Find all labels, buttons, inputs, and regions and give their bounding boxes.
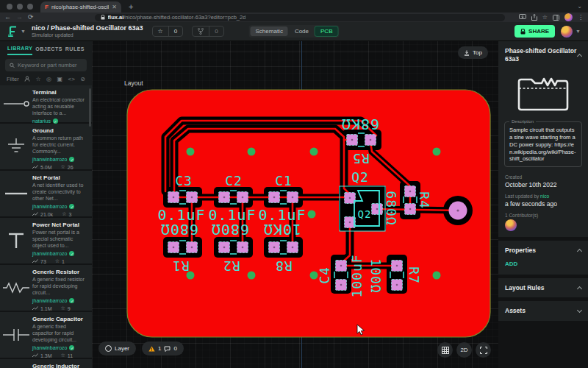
description-field[interactable]: Description Sample circuit that outputs …: [504, 121, 582, 167]
sidebar-tab-library[interactable]: LIBRARY: [7, 42, 32, 55]
updated-by-user[interactable]: nico: [540, 194, 549, 199]
add-property-button[interactable]: ADD: [498, 261, 588, 275]
issues-pill[interactable]: 1 0: [142, 342, 184, 355]
install-icon[interactable]: [519, 14, 526, 21]
filter-row: Filter ☆ ◎ ▣ <> ⊘: [0, 74, 92, 84]
sidebar-tab-objects[interactable]: OBJECTS: [35, 43, 62, 54]
value-label: 68KΩ: [341, 116, 379, 133]
ref-label: R8: [275, 258, 293, 274]
fullscreen-button[interactable]: [476, 342, 491, 358]
value-label: 10KΩ: [263, 221, 301, 238]
window-controls[interactable]: [7, 4, 33, 10]
browser-profile-avatar[interactable]: [564, 13, 573, 21]
browser-tab[interactable]: F nico/phase-shifted-oscillator-6 ✕: [40, 1, 121, 13]
layout-rules-header[interactable]: Layout Rules: [498, 278, 588, 298]
ref-label: Q2: [358, 208, 372, 220]
reload-icon[interactable]: ⟳: [28, 14, 34, 21]
share-button[interactable]: SHARE: [514, 25, 555, 38]
properties-header[interactable]: Properties: [498, 241, 588, 261]
sidebar-tab-rules[interactable]: RULES: [65, 43, 85, 54]
user-avatar[interactable]: [561, 26, 573, 38]
list-item-generic-inductor[interactable]: Generic Inductor A generic fixed inducto…: [0, 359, 92, 368]
item-author[interactable]: jhanwinbarrozo: [32, 157, 67, 162]
share-icon[interactable]: [531, 14, 537, 21]
fork-count-button[interactable]: 0: [192, 26, 223, 37]
new-tab-button[interactable]: +: [129, 2, 133, 11]
value-label: 680Ω: [384, 191, 399, 225]
item-author[interactable]: jhanwinbarrozo: [32, 298, 67, 303]
tab-schematic[interactable]: Schematic: [251, 26, 288, 36]
url-domain: flux.ai: [108, 14, 124, 21]
side-panel-icon[interactable]: [553, 15, 559, 21]
flux-logo[interactable]: BETA ▼: [7, 26, 26, 38]
contributor-avatar[interactable]: [505, 219, 517, 231]
back-icon[interactable]: ←: [4, 14, 11, 21]
share-lock-icon: [520, 29, 526, 35]
warning-icon: [148, 346, 155, 352]
star-icon: ☆: [55, 258, 60, 264]
chevron-up-icon[interactable]: [577, 249, 582, 254]
layer-selector[interactable]: Layer: [98, 342, 136, 355]
chevron-up-icon[interactable]: [577, 54, 582, 59]
item-author[interactable]: jhanwinbarrozo: [32, 345, 67, 350]
window-zoom-button[interactable]: [27, 4, 33, 10]
list-item-terminal[interactable]: Terminal An electrical connector acting …: [0, 85, 92, 122]
star-icon[interactable]: ☆: [153, 26, 168, 36]
grid-toggle-button[interactable]: [437, 342, 453, 358]
tab-pcb[interactable]: PCB: [315, 26, 337, 36]
browser-action-icons: ☆ ⋮: [519, 13, 584, 21]
panel-project-title: Phase-shifted Oscillator 63a3: [505, 47, 578, 63]
chevron-up-icon[interactable]: [577, 286, 582, 291]
list-item-generic-resistor[interactable]: Generic Resistor A generic fixed resisto…: [0, 265, 92, 311]
tab-code[interactable]: Code: [290, 26, 314, 36]
window-minimize-button[interactable]: [17, 4, 23, 10]
forward-icon[interactable]: →: [16, 14, 23, 21]
list-item-power-net-portal[interactable]: Power Net Portal Power net portal is a s…: [0, 218, 92, 263]
window-close-button[interactable]: [7, 4, 12, 10]
layer-top-button[interactable]: Top: [458, 46, 488, 59]
tab-strip-chevron-icon[interactable]: ⌄: [577, 3, 582, 10]
assets-section: Assets: [498, 301, 588, 321]
item-author[interactable]: jhanwinbarrozo: [32, 204, 67, 209]
address-bar[interactable]: flux.ai/nico/phase-shifted-oscillator-63…: [95, 14, 505, 21]
filter-slash-icon[interactable]: ⊘: [80, 76, 85, 82]
canvas-status-bar: Layer 1 0: [98, 342, 184, 355]
fork-icon[interactable]: [193, 26, 209, 36]
browser-menu-icon[interactable]: ⋮: [578, 15, 584, 21]
project-panel: Phase-shifted Oscillator 63a3 Descriptio…: [498, 41, 588, 368]
editor-mode-tabs: Schematic Code PCB: [249, 25, 340, 38]
filter-user-icon[interactable]: [24, 76, 30, 82]
svg-text:BETA: BETA: [8, 34, 13, 37]
fork-count: 0: [209, 26, 223, 36]
filter-code-icon[interactable]: <>: [68, 76, 75, 82]
item-stats: 73 ☆ 1: [32, 258, 86, 264]
star-count-button[interactable]: ☆ 0: [152, 26, 184, 37]
list-item-ground[interactable]: Ground A common return path for electric…: [0, 124, 92, 169]
filter-target-icon[interactable]: ◎: [46, 76, 51, 82]
avatar-caret-icon[interactable]: ▼: [576, 29, 581, 34]
list-item-net-portal[interactable]: Net Portal A net identifier used to crea…: [0, 171, 92, 216]
item-author[interactable]: jhanwinbarrozo: [32, 251, 67, 256]
usage-count: 1.3M: [40, 353, 52, 358]
filter-star-icon[interactable]: ☆: [36, 76, 41, 82]
usage-count: 73: [40, 259, 46, 264]
tab-close-icon[interactable]: ✕: [112, 4, 117, 10]
project-info-header[interactable]: Phase-shifted Oscillator 63a3: [498, 41, 588, 68]
list-item-generic-capacitor[interactable]: Generic Capacitor A generic fixed capaci…: [0, 312, 92, 358]
pcb-artwork[interactable]: C3 C2 C1 0.1uF 0.1uF 0.1uF 680Ω 680Ω 10K…: [92, 41, 498, 368]
ref-label: R7: [406, 266, 422, 284]
chevron-down-icon[interactable]: [577, 308, 582, 313]
view-2d-button[interactable]: 2D: [456, 342, 472, 358]
sidebar-scrollbar[interactable]: [89, 88, 91, 127]
search-input[interactable]: [18, 62, 82, 68]
assets-header[interactable]: Assets: [498, 301, 588, 321]
library-search[interactable]: [5, 59, 87, 71]
item-title: Generic Capacitor: [32, 316, 86, 322]
contributors-label: 1 Contributor(s): [505, 213, 581, 218]
bookmark-star-icon[interactable]: ☆: [542, 15, 548, 21]
terminal-icon: [0, 89, 32, 118]
filter-chip-icon[interactable]: ▣: [57, 76, 63, 82]
item-description: A net identifier used to create connecti…: [32, 183, 86, 202]
pcb-canvas[interactable]: C3 C2 C1 0.1uF 0.1uF 0.1uF 680Ω 680Ω 10K…: [92, 41, 498, 368]
simulator-status: Simulator updated: [32, 32, 143, 38]
